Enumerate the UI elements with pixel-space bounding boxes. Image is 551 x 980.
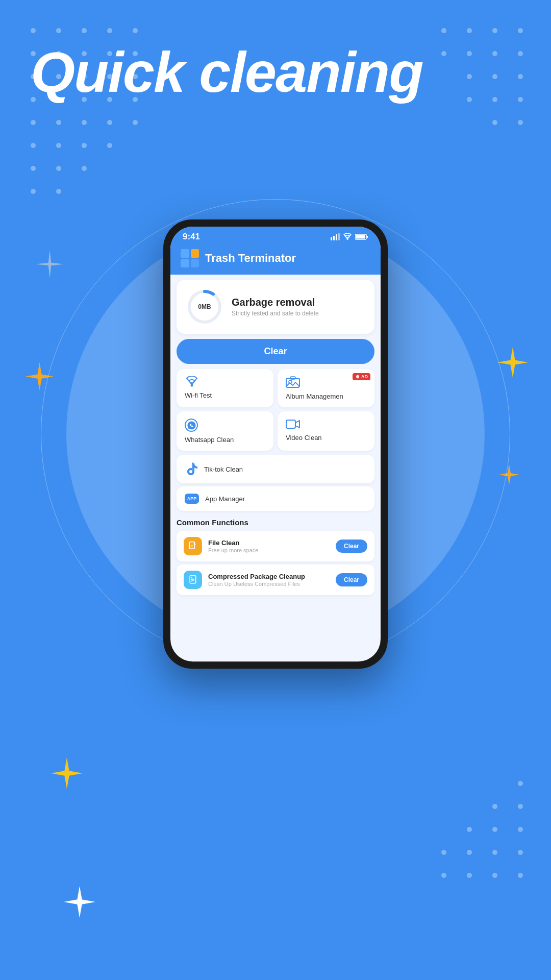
features-grid: Wi-fi Test AD Album Managemen [177, 369, 374, 451]
album-feature-icon [286, 376, 300, 388]
app-manager-label: App Manager [205, 495, 245, 503]
phone-mockup: 9:41 [163, 219, 388, 669]
star-decoration-5 [51, 757, 83, 791]
app-manager-item[interactable]: APP App Manager [177, 486, 374, 511]
common-functions-title: Common Functions [177, 518, 374, 527]
svg-rect-2 [336, 234, 337, 240]
svg-rect-0 [331, 237, 332, 240]
album-management-label: Album Managemen [286, 393, 343, 400]
svg-point-4 [347, 238, 348, 240]
whatsapp-feature-icon [185, 419, 198, 432]
svg-rect-1 [333, 236, 335, 240]
star-decoration-1 [36, 250, 64, 280]
svg-marker-11 [356, 375, 359, 378]
status-bar: 9:41 [170, 227, 381, 245]
video-feature-icon [286, 419, 300, 430]
compressed-cleanup-info: Compressed Package Cleanup Clean Up Usel… [208, 573, 330, 587]
app-logo [181, 249, 199, 267]
garbage-subtitle: Strictly tested and safe to delete [232, 310, 319, 317]
progress-circle: 0MB [187, 289, 222, 325]
file-clean-name: File Clean [208, 539, 330, 547]
garbage-title: Garbage removal [232, 297, 319, 308]
file-clean-info: File Clean Free up more space [208, 539, 330, 553]
whatsapp-clean-card[interactable]: Whatsapp Clean [177, 411, 273, 451]
battery-icon [355, 233, 368, 240]
phone-screen: 9:41 [170, 227, 381, 662]
hero-title: Quick cleaning [31, 41, 423, 104]
compressed-cleanup-item[interactable]: Compressed Package Cleanup Clean Up Usel… [177, 565, 374, 595]
hero-title-section: Quick cleaning [31, 41, 423, 104]
status-icons [331, 233, 368, 240]
star-decoration-6 [64, 886, 95, 920]
video-clean-label: Video Clean [286, 434, 322, 442]
compressed-cleanup-button[interactable]: Clear [336, 573, 367, 586]
clear-button[interactable]: Clear [177, 339, 374, 364]
whatsapp-clean-label: Whatsapp Clean [185, 436, 234, 444]
app-header: Trash Terminator [170, 245, 381, 275]
wifi-feature-icon [185, 376, 199, 387]
svg-point-10 [191, 384, 193, 387]
wifi-icon [343, 233, 352, 240]
tiktok-icon [185, 462, 198, 476]
svg-rect-6 [367, 236, 368, 238]
common-functions-section: Common Functions File Clean Free up mo [170, 514, 381, 600]
wifi-test-label: Wi-fi Test [185, 391, 212, 399]
tiktok-clean-label: Tik-tok Clean [204, 465, 243, 473]
garbage-removal-card: 0MB Garbage removal Strictly tested and … [177, 280, 374, 334]
ad-badge: AD [353, 373, 370, 380]
svg-rect-16 [286, 420, 295, 428]
status-time: 9:41 [183, 232, 200, 242]
tiktok-clean-item[interactable]: Tik-tok Clean [177, 455, 374, 483]
svg-rect-3 [338, 233, 340, 240]
garbage-info: Garbage removal Strictly tested and safe… [232, 297, 319, 317]
app-manager-icon: APP [185, 494, 199, 504]
compressed-cleanup-icon [184, 571, 202, 589]
file-clean-button[interactable]: Clear [336, 540, 367, 553]
app-title: Trash Terminator [205, 252, 296, 265]
wifi-test-card[interactable]: Wi-fi Test [177, 369, 273, 407]
svg-marker-17 [295, 421, 299, 428]
progress-label: 0MB [198, 303, 211, 310]
video-clean-card[interactable]: Video Clean [278, 411, 374, 451]
file-clean-item[interactable]: File Clean Free up more space Clear [177, 531, 374, 561]
file-clean-icon [184, 537, 202, 555]
signal-icon [331, 233, 340, 240]
album-management-card[interactable]: AD Album Managemen [278, 369, 374, 407]
svg-rect-7 [356, 235, 365, 239]
compressed-cleanup-desc: Clean Up Useless Compressed Files [208, 581, 330, 587]
phone-frame: 9:41 [163, 219, 388, 669]
file-clean-desc: Free up more space [208, 547, 330, 553]
compressed-cleanup-name: Compressed Package Cleanup [208, 573, 330, 580]
